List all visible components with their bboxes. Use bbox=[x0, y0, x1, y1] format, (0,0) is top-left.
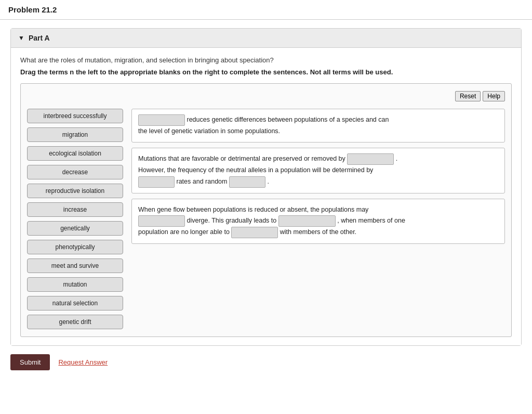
footer-area: Submit Request Answer bbox=[10, 354, 522, 370]
sentence-box-2: Mutations that are favorable or detrimen… bbox=[131, 148, 505, 193]
part-header[interactable]: ▼ Part A bbox=[11, 29, 521, 48]
sentence-2-text-2: However, the frequency of the neutral al… bbox=[138, 166, 373, 174]
term-reproductive-isolation[interactable]: reproductive isolation bbox=[27, 184, 123, 198]
request-answer-button[interactable]: Request Answer bbox=[58, 358, 108, 366]
sentences-column: reduces genetic differences between popu… bbox=[131, 109, 505, 329]
question-text: What are the roles of mutation, migratio… bbox=[20, 56, 512, 64]
part-label: Part A bbox=[29, 34, 50, 42]
terms-column: interbreed successfully migration ecolog… bbox=[27, 109, 123, 329]
blank-3-1[interactable] bbox=[138, 215, 185, 227]
reset-button[interactable]: Reset bbox=[455, 91, 481, 101]
instruction-text: Drag the terms n the left to the appropr… bbox=[20, 68, 512, 76]
part-section: ▼ Part A What are the roles of mutation,… bbox=[10, 28, 522, 346]
sentence-3-text-2: diverge. This gradually leads to bbox=[187, 217, 278, 224]
sentence-3-text-4: population are no longer able to bbox=[138, 228, 231, 236]
sentence-1-text-2: the level of genetic variation in some p… bbox=[138, 127, 280, 135]
term-meet-and-survive[interactable]: meet and survive bbox=[27, 258, 123, 273]
submit-button[interactable]: Submit bbox=[10, 354, 50, 370]
term-increase[interactable]: increase bbox=[27, 202, 123, 217]
blank-1-1[interactable] bbox=[138, 114, 185, 126]
sentence-box-1: reduces genetic differences between popu… bbox=[131, 109, 505, 143]
term-genetic-drift[interactable]: genetic drift bbox=[27, 315, 123, 329]
chevron-down-icon: ▼ bbox=[18, 34, 24, 42]
term-natural-selection[interactable]: natural selection bbox=[27, 296, 123, 310]
blank-2-2[interactable] bbox=[138, 176, 175, 188]
sentence-2-text-3: rates and random bbox=[176, 178, 229, 185]
sentence-2-period-1: . bbox=[396, 156, 397, 163]
blank-2-3[interactable] bbox=[229, 176, 265, 188]
help-button[interactable]: Help bbox=[483, 91, 505, 101]
main-content: ▼ Part A What are the roles of mutation,… bbox=[0, 20, 532, 379]
term-mutation[interactable]: mutation bbox=[27, 277, 123, 292]
blank-3-2[interactable] bbox=[278, 215, 336, 227]
blank-2-1[interactable] bbox=[347, 153, 394, 165]
term-ecological-isolation[interactable]: ecological isolation bbox=[27, 146, 123, 161]
sentence-3-text-5: with members of the other. bbox=[280, 228, 356, 236]
drag-area: Reset Help interbreed successfully migra… bbox=[20, 83, 512, 337]
term-interbreed-successfully[interactable]: interbreed successfully bbox=[27, 109, 123, 123]
term-decrease[interactable]: decrease bbox=[27, 165, 123, 179]
term-genetically[interactable]: genetically bbox=[27, 221, 123, 236]
term-phenotypically[interactable]: phenotypically bbox=[27, 240, 123, 254]
drag-controls: Reset Help bbox=[27, 91, 505, 101]
sentence-1-text-1: reduces genetic differences between popu… bbox=[187, 116, 389, 123]
page-title: Problem 21.2 bbox=[0, 0, 532, 20]
sentence-2-text-1: Mutations that are favorable or detrimen… bbox=[138, 156, 347, 163]
sentence-2-period-2: . bbox=[267, 178, 269, 185]
drag-layout: interbreed successfully migration ecolog… bbox=[27, 109, 505, 329]
sentence-box-3: When gene flow between populations is re… bbox=[131, 199, 505, 244]
term-migration[interactable]: migration bbox=[27, 127, 123, 142]
part-body: What are the roles of mutation, migratio… bbox=[11, 48, 521, 345]
sentence-3-text-3: , when members of one bbox=[337, 217, 405, 224]
blank-3-3[interactable] bbox=[231, 227, 278, 238]
sentence-3-text-1: When gene flow between populations is re… bbox=[138, 206, 368, 213]
